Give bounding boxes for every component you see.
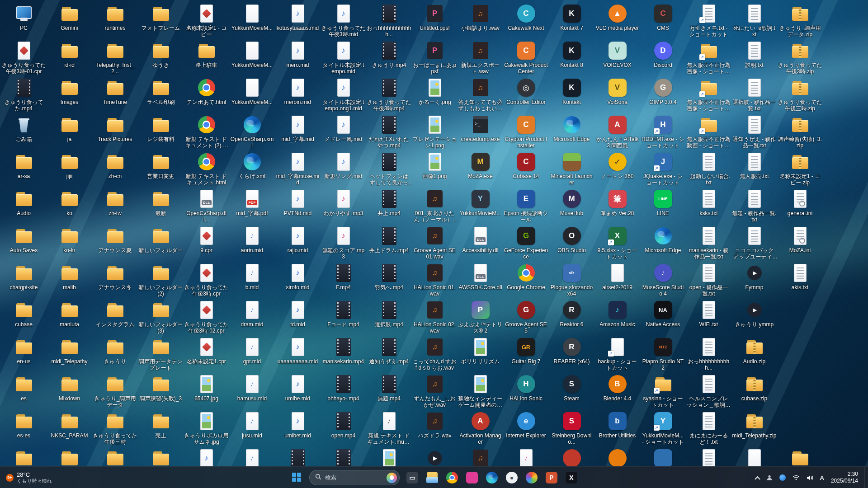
- desktop-icon[interactable]: GGroove Agent SE 5: [503, 299, 549, 336]
- desktop-icon[interactable]: sirofo.mid: [275, 262, 321, 299]
- desktop-icon[interactable]: [184, 447, 229, 466]
- desktop-icon[interactable]: 路上駐車: [184, 40, 229, 77]
- desktop-icon[interactable]: 無人販売.txt: [731, 151, 777, 188]
- desktop-icon[interactable]: umibet.mid: [275, 410, 321, 447]
- desktop-icon[interactable]: [549, 447, 594, 466]
- desktop-icon[interactable]: 名称未設定1 - コピー: [184, 3, 229, 40]
- desktop-icon[interactable]: GRGuitar Rig 7: [503, 336, 549, 373]
- desktop-icon[interactable]: きゅうり_調声用データ: [92, 373, 138, 410]
- desktop-icon[interactable]: Mixdown: [47, 373, 92, 410]
- desktop-icon[interactable]: CCrypton Product Installer: [503, 114, 549, 151]
- laptop-app-icon[interactable]: ▭: [403, 469, 421, 487]
- desktop-icon[interactable]: きゅうり食ってた午後3時.cpr: [184, 262, 229, 299]
- desktop-icon[interactable]: CCakewalk Next: [503, 3, 549, 40]
- desktop-icon[interactable]: 新規エクスポート.wav: [458, 40, 503, 77]
- desktop-icon[interactable]: sfzPlogue sforzando x64: [549, 262, 594, 299]
- desktop-icon[interactable]: H↗HDDFMT.exe - ショートカット: [640, 114, 686, 151]
- desktop-icon[interactable]: タイトル未設定.tempo.ong1.mid: [321, 77, 366, 114]
- desktop-icon[interactable]: きゅうり食ってた午後3時-02.cpr: [184, 299, 229, 336]
- search-highlight-icon[interactable]: [387, 473, 397, 483]
- search-box[interactable]: 検索: [309, 470, 400, 485]
- desktop-icon[interactable]: NKSC_PARAM: [47, 410, 92, 447]
- blue-app-tray-icon[interactable]: [778, 469, 787, 487]
- desktop-icon[interactable]: OpenCvSharp.xml: [229, 114, 275, 151]
- desktop-icon[interactable]: PC: [1, 3, 47, 40]
- desktop-icon[interactable]: 死にたい_e歌詞.txt: [731, 3, 777, 40]
- powerpoint-icon[interactable]: P: [542, 469, 561, 487]
- desktop-icon[interactable]: フォトフレーム: [138, 3, 184, 40]
- desktop-icon[interactable]: Fコード.mp4: [321, 299, 366, 336]
- desktop-icon[interactable]: ja: [47, 114, 92, 151]
- desktop-icon[interactable]: きゅうり食ってた午後3時-01.cpr: [1, 40, 47, 77]
- desktop-icon[interactable]: DDiscord: [640, 40, 686, 77]
- desktop-icon[interactable]: es-es: [1, 410, 47, 447]
- desktop-icon[interactable]: きゅうり食ってた午後三時: [92, 410, 138, 447]
- tray-overflow-button[interactable]: [755, 469, 760, 487]
- desktop-icon[interactable]: きゅうり食ってた午後3時.zip: [777, 40, 823, 77]
- desktop-icon[interactable]: ↗syasinn - ショートカット: [640, 373, 686, 410]
- desktop-icon[interactable]: Y↗YukkuriMovieM... - ショートカット: [640, 410, 686, 447]
- desktop-icon[interactable]: Google Chrome: [503, 262, 549, 299]
- desktop-icon[interactable]: uaaaaaaaaa.mid: [275, 336, 321, 373]
- desktop-icon[interactable]: おっhhhhhhhhhhh...: [686, 336, 731, 373]
- desktop-icon[interactable]: maniuta: [47, 299, 92, 336]
- desktop-icon[interactable]: 井上ドラム.mp4: [366, 225, 412, 262]
- light-app-icon[interactable]: ●: [503, 469, 521, 487]
- desktop-icon[interactable]: [321, 447, 366, 466]
- desktop-icon[interactable]: KKontakt: [549, 77, 594, 114]
- desktop-icon[interactable]: ko-kr: [47, 225, 92, 262]
- desktop-icon[interactable]: きゅうり食ってた午後三時.zip: [777, 77, 823, 114]
- desktop-icon[interactable]: Minecraft Launcher: [549, 151, 594, 188]
- desktop-icon[interactable]: AActivation Manager: [458, 410, 503, 447]
- desktop-icon[interactable]: タイトル未設定.tempo.mid: [321, 40, 366, 77]
- desktop-icon[interactable]: 最新: [138, 188, 184, 225]
- color-browser-icon[interactable]: [523, 469, 541, 487]
- desktop-icon[interactable]: mid_字幕muse.mid: [275, 151, 321, 188]
- desktop-icon[interactable]: akis.txt: [777, 262, 823, 299]
- desktop-icon[interactable]: アナウンス夏: [92, 225, 138, 262]
- desktop-icon[interactable]: meroin.mid: [275, 77, 321, 114]
- desktop-icon[interactable]: 選択肢.mp4: [366, 299, 412, 336]
- desktop-icon[interactable]: 筆筆まめ Ver.28: [594, 188, 640, 225]
- desktop-icon[interactable]: [366, 447, 412, 466]
- desktop-icon[interactable]: Untitled.ppsf: [412, 3, 458, 40]
- pink-app-icon[interactable]: [463, 469, 481, 487]
- desktop-icon[interactable]: F.mp4: [321, 262, 366, 299]
- desktop-icon[interactable]: X↗9.5.xlsx - ショートカット: [594, 225, 640, 262]
- desktop-icon[interactable]: 001_東北きりたん（ノーマル）_今しゃ...: [412, 188, 458, 225]
- desktop-icon[interactable]: [412, 447, 458, 466]
- desktop-icon[interactable]: EEpson 接続診断ツール: [503, 188, 549, 225]
- desktop-icon[interactable]: jusu.mid: [229, 410, 275, 447]
- desktop-icon[interactable]: 65407.jpg: [184, 373, 229, 410]
- desktop-icon[interactable]: KKontakt 7: [549, 3, 594, 40]
- desktop-icon[interactable]: 通知うぜえ.mp4: [366, 336, 412, 373]
- desktop-icon[interactable]: manisekarin - 親作品一覧.txt: [686, 225, 731, 262]
- desktop-icon[interactable]: Audio.zip: [731, 336, 777, 373]
- desktop-icon[interactable]: [275, 447, 321, 466]
- desktop-icon[interactable]: きゅうり食ってた午後3時.mp4: [366, 77, 412, 114]
- desktop-icon[interactable]: TimeTune: [92, 77, 138, 114]
- desktop-icon[interactable]: ◎Controller Editor: [503, 77, 549, 114]
- desktop-icon[interactable]: ✓ノートン 360: [594, 151, 640, 188]
- desktop-icon[interactable]: ♪Amazon Music: [594, 299, 640, 336]
- desktop-icon[interactable]: Audio: [1, 188, 47, 225]
- weather-widget[interactable]: 9+ 28°C くもり時々晴れ: [2, 469, 56, 487]
- desktop-icon[interactable]: Pぷよぷよ™テトリス® 2: [458, 299, 503, 336]
- desktop-icon[interactable]: OpenCvSharp.dll...: [184, 188, 229, 225]
- desktop-icon[interactable]: 新しいフォルダー: [138, 225, 184, 262]
- desktop-icon[interactable]: 孤独なインディーゲーム開発者の一生...: [458, 373, 503, 410]
- chrome-browser-icon[interactable]: [443, 469, 461, 487]
- desktop-icon[interactable]: 通知うぜえ - 親作品一覧.txt: [731, 114, 777, 151]
- desktop-icon[interactable]: [138, 447, 184, 466]
- ime-mode-indicator[interactable]: A: [819, 469, 825, 487]
- desktop-icon[interactable]: CCubase 14: [503, 151, 549, 188]
- desktop-icon[interactable]: kotusytuaaus.mid: [275, 3, 321, 40]
- desktop-icon[interactable]: id-id: [47, 40, 92, 77]
- desktop-icon[interactable]: Accessibility.dll: [458, 225, 503, 262]
- desktop-icon[interactable]: Track Pictures: [92, 114, 138, 151]
- desktop-icon[interactable]: ko: [47, 188, 92, 225]
- desktop-icon[interactable]: Fymmp: [731, 262, 777, 299]
- desktop-icon[interactable]: _起動しない場合.txt: [686, 151, 731, 188]
- desktop-icon[interactable]: 営業日変更: [138, 151, 184, 188]
- x-app-icon[interactable]: X: [562, 469, 580, 487]
